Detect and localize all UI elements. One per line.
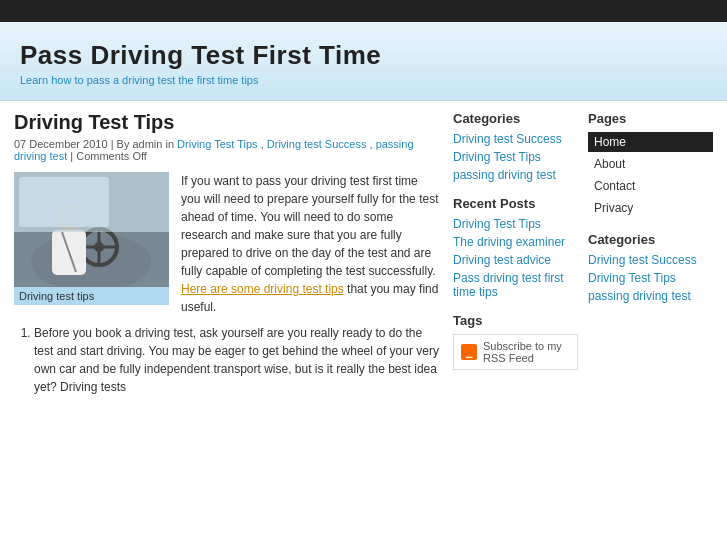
rss-label: Subscribe to my RSS Feed bbox=[483, 340, 570, 364]
categories-heading: Categories bbox=[453, 111, 578, 126]
main-wrapper: Driving Test Tips 07 December 2010 | By … bbox=[0, 101, 727, 412]
page-link-privacy[interactable]: Privacy bbox=[588, 198, 713, 218]
list-item: Before you book a driving test, ask your… bbox=[34, 324, 439, 396]
post-cat2-link[interactable]: Driving test Success bbox=[267, 138, 367, 150]
post-image-caption: Driving test tips bbox=[14, 287, 169, 305]
post-meta: 07 December 2010 | By admin in Driving T… bbox=[14, 138, 439, 162]
sidebar: Categories Driving test Success Driving … bbox=[453, 111, 713, 402]
category-link-2[interactable]: passing driving test bbox=[453, 168, 578, 182]
post-body-paragraph: If you want to pass your driving test fi… bbox=[181, 174, 438, 278]
post-list: Before you book a driving test, ask your… bbox=[14, 324, 439, 396]
site-header: Pass Driving Test First Time Learn how t… bbox=[0, 22, 727, 101]
sidebar-categories-section: Categories Driving test Success Driving … bbox=[453, 111, 578, 182]
recent-post-3[interactable]: Pass driving test first time tips bbox=[453, 271, 578, 299]
post-date: 07 December 2010 bbox=[14, 138, 108, 150]
category2-link-1[interactable]: Driving Test Tips bbox=[588, 271, 713, 285]
post-by: | By bbox=[111, 138, 133, 150]
post-comments: Comments Off bbox=[76, 150, 147, 162]
post-title: Driving Test Tips bbox=[14, 111, 439, 134]
recent-posts-heading: Recent Posts bbox=[453, 196, 578, 211]
pages-heading: Pages bbox=[588, 111, 713, 126]
sidebar-recent-posts-section: Recent Posts Driving Test Tips The drivi… bbox=[453, 196, 578, 299]
recent-post-2[interactable]: Driving test advice bbox=[453, 253, 578, 267]
tags-heading: Tags bbox=[453, 313, 578, 328]
sidebar-pages-section: Pages Home About Contact Privacy bbox=[588, 111, 713, 218]
site-tagline: Learn how to pass a driving test the fir… bbox=[20, 74, 707, 86]
post-image bbox=[14, 172, 169, 287]
category-link-0[interactable]: Driving test Success bbox=[453, 132, 578, 146]
recent-post-1[interactable]: The driving examiner bbox=[453, 235, 578, 249]
site-title: Pass Driving Test First Time bbox=[20, 40, 707, 71]
pages-nav: Home About Contact Privacy bbox=[588, 132, 713, 218]
categories2-heading: Categories bbox=[588, 232, 713, 247]
sidebar-categories2-section: Categories Driving test Success Driving … bbox=[588, 232, 713, 303]
rss-box[interactable]: ⎯ Subscribe to my RSS Feed bbox=[453, 334, 578, 370]
recent-post-0[interactable]: Driving Test Tips bbox=[453, 217, 578, 231]
post-image-container: Driving test tips bbox=[14, 172, 169, 308]
post-cat1-link[interactable]: Driving Test Tips bbox=[177, 138, 258, 150]
sidebar-col2: Pages Home About Contact Privacy Categor… bbox=[588, 111, 713, 402]
content-area: Driving Test Tips 07 December 2010 | By … bbox=[14, 111, 439, 402]
category-link-1[interactable]: Driving Test Tips bbox=[453, 150, 578, 164]
page-link-contact[interactable]: Contact bbox=[588, 176, 713, 196]
post-in: in bbox=[165, 138, 177, 150]
rss-icon: ⎯ bbox=[461, 344, 477, 360]
category2-link-2[interactable]: passing driving test bbox=[588, 289, 713, 303]
svg-rect-11 bbox=[19, 177, 109, 227]
post-tips-link[interactable]: Here are some driving test tips bbox=[181, 282, 344, 296]
sidebar-col1: Categories Driving test Success Driving … bbox=[453, 111, 578, 402]
category2-link-0[interactable]: Driving test Success bbox=[588, 253, 713, 267]
post-body-text: If you want to pass your driving test fi… bbox=[181, 172, 439, 316]
page-link-home[interactable]: Home bbox=[588, 132, 713, 152]
sidebar-tags-section: Tags ⎯ Subscribe to my RSS Feed bbox=[453, 313, 578, 370]
top-bar bbox=[0, 0, 727, 22]
page-link-about[interactable]: About bbox=[588, 154, 713, 174]
post-author: admin bbox=[132, 138, 162, 150]
